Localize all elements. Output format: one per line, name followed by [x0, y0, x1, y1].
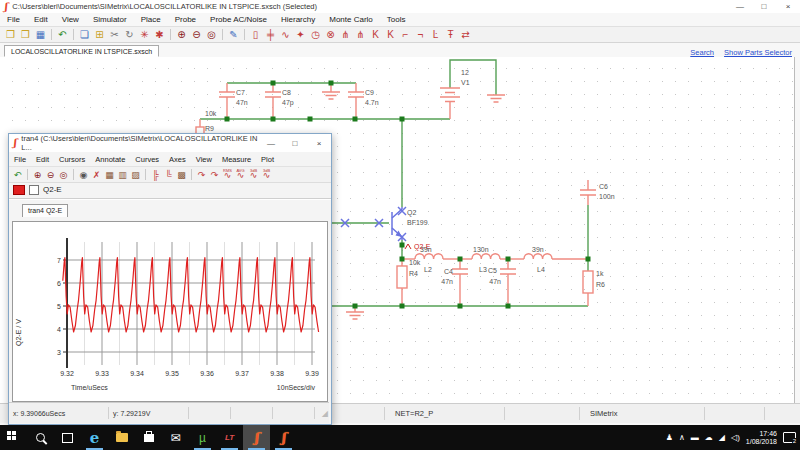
- menu-tools[interactable]: Tools: [380, 15, 413, 24]
- clock[interactable]: 17:46 1/08/2018: [746, 430, 777, 446]
- menu-probe-ac-noise[interactable]: Probe AC/Noise: [203, 15, 274, 24]
- volume-icon[interactable]: ◁): [731, 433, 740, 442]
- battery-icon[interactable]: ▬: [691, 433, 699, 442]
- curve-checkbox[interactable]: [29, 185, 39, 195]
- component-c5[interactable]: C5 47n: [488, 259, 516, 306]
- schematic-tab[interactable]: LOCALOSCILLATORLIKE IN LTSPICE.sxsch: [4, 45, 159, 57]
- close-button[interactable]: ×: [776, 0, 800, 13]
- mail-icon[interactable]: ✉: [162, 425, 189, 450]
- place-ic-icon[interactable]: ⌐: [398, 30, 413, 40]
- menu-file[interactable]: File: [9, 155, 31, 164]
- place-bus-icon[interactable]: ⇄: [458, 30, 473, 40]
- menu-edit[interactable]: Edit: [27, 15, 55, 24]
- menu-plot[interactable]: Plot: [256, 155, 279, 164]
- wire-pencil-icon[interactable]: ✎: [226, 30, 241, 40]
- menu-view[interactable]: View: [55, 15, 86, 24]
- reconnect-icon[interactable]: ✱: [152, 30, 167, 40]
- maximize-button[interactable]: □: [752, 0, 776, 13]
- menu-file[interactable]: File: [0, 15, 27, 24]
- simetrix-icon[interactable]: ʃ: [270, 425, 297, 450]
- onedrive-icon[interactable]: ☁: [705, 433, 713, 442]
- stack-axes-icon[interactable]: ╠: [149, 170, 162, 180]
- component-r4[interactable]: 10k R4: [397, 259, 421, 306]
- probe-icon[interactable]: ◉: [77, 170, 90, 180]
- save-icon[interactable]: ▦: [33, 30, 48, 40]
- menu-curves[interactable]: Curves: [130, 155, 164, 164]
- place-source-icon[interactable]: ⊗: [323, 30, 338, 40]
- menu-monte-carlo[interactable]: Monte Carlo: [322, 15, 380, 24]
- place-diode-icon[interactable]: ✦: [293, 30, 308, 40]
- zoom-out-icon[interactable]: ⊖: [44, 170, 57, 180]
- menu-measure[interactable]: Measure: [217, 155, 256, 164]
- search-button[interactable]: [27, 425, 54, 450]
- utorrent-icon[interactable]: µ: [189, 425, 216, 450]
- place-capacitor-icon[interactable]: ╪: [263, 30, 278, 40]
- place-resistor-icon[interactable]: ▯: [248, 30, 263, 40]
- graph-grid-icon[interactable]: ▦: [103, 170, 116, 180]
- place-pnp-icon[interactable]: ⋔: [353, 30, 368, 40]
- delete-curve-icon[interactable]: ✗: [90, 170, 103, 180]
- undo-icon[interactable]: ↶: [11, 170, 24, 180]
- undo-icon[interactable]: ↶: [55, 30, 70, 40]
- copy-icon[interactable]: ❏: [77, 30, 92, 40]
- zoom-fit-icon[interactable]: ◎: [204, 30, 219, 40]
- plot-window[interactable]: ʃ tran4 (C:\Users\bleri\Documents\SIMetr…: [8, 133, 332, 425]
- resize-grip[interactable]: ◢: [322, 409, 329, 418]
- action-center-icon[interactable]: 2: [783, 432, 796, 443]
- zoom-out-icon[interactable]: ⊖: [189, 30, 204, 40]
- chevron-up-icon[interactable]: ∧: [679, 433, 685, 442]
- place-npn-icon[interactable]: ⋔: [338, 30, 353, 40]
- menu-edit[interactable]: Edit: [31, 155, 54, 164]
- place-crystal2-icon[interactable]: K: [383, 30, 398, 40]
- place-clock-icon[interactable]: ◷: [308, 30, 323, 40]
- new-axis-icon[interactable]: ╚: [162, 170, 175, 180]
- component-c7[interactable]: C7 47n: [219, 83, 248, 119]
- measure-3db-high-icon[interactable]: 3dB∿: [260, 170, 273, 180]
- menu-annotate[interactable]: Annotate: [90, 155, 130, 164]
- network-icon[interactable]: ◢: [719, 433, 725, 442]
- menu-simulator[interactable]: Simulator: [86, 15, 134, 24]
- open-schematic-icon[interactable]: ❐: [3, 30, 18, 40]
- component-c6[interactable]: C6 100n: [580, 180, 615, 205]
- edge-icon[interactable]: e: [81, 425, 108, 450]
- store-icon[interactable]: [135, 425, 162, 450]
- component-c8[interactable]: C8 47p: [265, 83, 294, 119]
- sheet-options-icon[interactable]: ▩: [175, 170, 188, 180]
- open-folder-icon[interactable]: ❒: [18, 30, 33, 40]
- measure-3db-low-icon[interactable]: 3dB∿: [247, 170, 260, 180]
- zoom-in-icon[interactable]: ⊕: [174, 30, 189, 40]
- plot-minimize-button[interactable]: —: [259, 137, 283, 150]
- place-inductor-icon[interactable]: ∿: [278, 30, 293, 40]
- show-parts-selector-link[interactable]: Show Parts Selector: [724, 48, 792, 57]
- plot-area[interactable]: 765439.329.339.349.359.369.379.389.39Tim…: [12, 221, 328, 402]
- plot-close-button[interactable]: ×: [307, 137, 331, 150]
- ground-symbol-v1[interactable]: [487, 95, 505, 102]
- place-crystal-icon[interactable]: K: [368, 30, 383, 40]
- start-button[interactable]: [0, 425, 27, 450]
- zoom-area-icon[interactable]: ◎: [57, 170, 70, 180]
- component-r6[interactable]: 1k R6: [583, 270, 605, 306]
- file-explorer-icon[interactable]: [108, 425, 135, 450]
- people-icon[interactable]: ♟: [666, 433, 673, 442]
- menu-place[interactable]: Place: [134, 15, 168, 24]
- simetrix-icon-active[interactable]: ʃ: [243, 425, 270, 450]
- measure-avg-icon[interactable]: AVG∿: [234, 170, 247, 180]
- refresh-icon[interactable]: ↻: [122, 30, 137, 40]
- measure-rise-icon[interactable]: ↷: [195, 170, 208, 180]
- detach-icon[interactable]: ✳: [137, 30, 152, 40]
- component-l4[interactable]: 39n L4: [508, 246, 588, 273]
- place-ic2-icon[interactable]: ¬: [413, 30, 428, 40]
- place-probe-icon[interactable]: Ŀ: [428, 30, 443, 40]
- component-q2[interactable]: Q2 BF199: [341, 207, 428, 241]
- menu-cursors[interactable]: Cursors: [54, 155, 90, 164]
- menu-view[interactable]: View: [191, 155, 217, 164]
- zoom-in-icon[interactable]: ⊕: [31, 170, 44, 180]
- measure-fall-icon[interactable]: ↷: [208, 170, 221, 180]
- component-c9[interactable]: C9 4.7n: [348, 83, 379, 119]
- paste-icon[interactable]: ⊞: [92, 30, 107, 40]
- minimize-button[interactable]: —: [728, 0, 752, 13]
- menu-hierarchy[interactable]: Hierarchy: [274, 15, 322, 24]
- measure-rms-icon[interactable]: RMS∿: [221, 170, 234, 180]
- plot-maximize-button[interactable]: □: [283, 137, 307, 150]
- ltspice-icon[interactable]: LT: [216, 425, 243, 450]
